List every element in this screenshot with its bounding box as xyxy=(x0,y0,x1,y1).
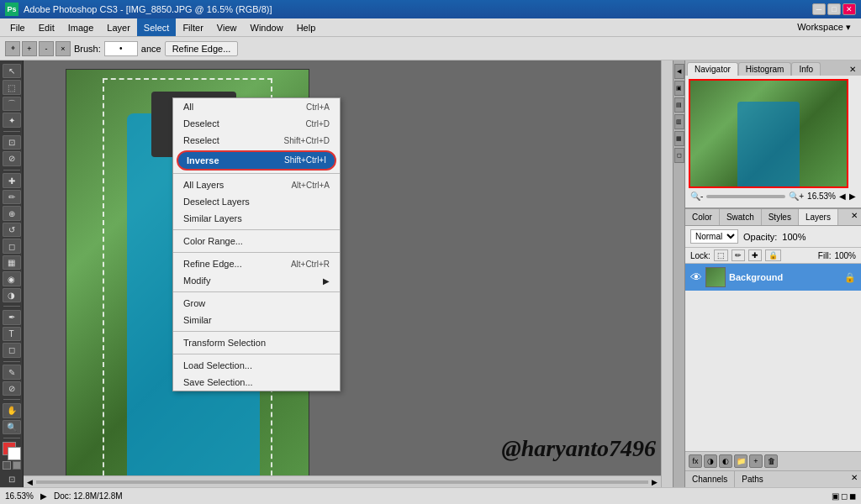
menu-item-similar[interactable]: Similar xyxy=(173,312,340,328)
info-tab[interactable]: Info xyxy=(791,62,821,76)
zoom-tool[interactable]: 🔍 xyxy=(3,420,21,434)
blur-tool[interactable]: ◉ xyxy=(3,271,21,286)
slice-tool[interactable]: ⊘ xyxy=(3,151,21,165)
navigator-preview xyxy=(689,79,848,188)
lasso-tool-option[interactable]: ⌖ xyxy=(5,41,20,56)
layer-delete-button[interactable]: 🗑 xyxy=(764,454,778,468)
menu-item-deselect-layers[interactable]: Deselect Layers xyxy=(173,193,340,210)
layer-visibility-icon[interactable]: 👁 xyxy=(690,270,702,284)
menu-view[interactable]: View xyxy=(210,18,244,36)
notes-tool[interactable]: ✎ xyxy=(3,365,21,379)
normal-mode[interactable] xyxy=(3,461,11,470)
swatch-tab[interactable]: Swatch xyxy=(720,209,762,225)
selection-tool[interactable]: ⬚ xyxy=(3,80,21,94)
color-swatches[interactable] xyxy=(3,442,21,456)
lock-image-icon[interactable]: ✏ xyxy=(732,249,745,261)
menu-item-modify[interactable]: Modify ▶ xyxy=(173,272,340,289)
layer-new-button[interactable]: + xyxy=(749,454,763,468)
clone-tool[interactable]: ⊕ xyxy=(3,206,21,220)
pen-tool[interactable]: ✒ xyxy=(3,310,21,324)
healing-tool[interactable]: ✚ xyxy=(3,173,21,187)
history-brush-tool[interactable]: ↺ xyxy=(3,223,21,237)
paths-tab[interactable]: Paths xyxy=(735,471,770,487)
background-color[interactable] xyxy=(8,447,21,460)
eraser-tool[interactable]: ◻ xyxy=(3,239,21,253)
layer-fx-button[interactable]: fx xyxy=(689,454,702,468)
magic-wand-tool[interactable]: ✦ xyxy=(3,113,21,127)
panel-toggle-4[interactable]: ▥ xyxy=(674,114,684,129)
brush-tool[interactable]: ✏ xyxy=(3,190,21,204)
menu-item-all-layers[interactable]: All Layers Alt+Ctrl+A xyxy=(173,176,340,193)
histogram-tab[interactable]: Histogram xyxy=(738,62,792,76)
menu-item-similar-layers[interactable]: Similar Layers xyxy=(173,210,340,227)
nav-arrow-left[interactable]: ◀ xyxy=(839,192,846,201)
refine-edge-button[interactable]: Refine Edge... xyxy=(165,41,239,56)
quick-mask-mode[interactable] xyxy=(13,461,21,470)
nav-arrow-right[interactable]: ▶ xyxy=(849,192,856,201)
shape-tool[interactable]: ◻ xyxy=(3,343,21,357)
lock-move-icon[interactable]: ✚ xyxy=(748,249,762,261)
zoom-out-icon[interactable]: 🔍- xyxy=(690,192,703,201)
lasso-tool[interactable]: ⌒ xyxy=(3,97,21,111)
panel-toggle-1[interactable]: ◀ xyxy=(674,64,684,79)
menu-select[interactable]: Select xyxy=(137,18,177,36)
top-panel-close[interactable]: ✕ xyxy=(846,63,859,76)
dodge-tool[interactable]: ◑ xyxy=(3,288,21,302)
move-tool[interactable]: ↖ xyxy=(3,64,21,78)
menu-image[interactable]: Image xyxy=(61,18,101,36)
menu-item-reselect[interactable]: Reselect Shift+Ctrl+D xyxy=(173,132,340,149)
restore-button[interactable]: □ xyxy=(827,3,841,15)
close-button[interactable]: ✕ xyxy=(843,3,856,15)
panel-toggle-6[interactable]: ◻ xyxy=(674,148,684,163)
menu-item-inverse[interactable]: Inverse Shift+Ctrl+I xyxy=(177,150,336,171)
blend-mode-select[interactable]: Normal xyxy=(690,229,738,244)
layer-group-button[interactable]: 📁 xyxy=(734,454,747,468)
channels-tab[interactable]: Channels xyxy=(685,471,735,487)
menu-item-deselect[interactable]: Deselect Ctrl+D xyxy=(173,115,340,132)
menu-item-save-selection[interactable]: Save Selection... xyxy=(173,374,340,391)
menu-window[interactable]: Window xyxy=(244,18,290,36)
workspace-selector[interactable]: Workspace ▾ xyxy=(790,22,858,33)
lasso-add-option[interactable]: + xyxy=(22,41,37,56)
menu-edit[interactable]: Edit xyxy=(32,18,61,36)
brush-preview[interactable]: • xyxy=(104,41,138,56)
menu-file[interactable]: File xyxy=(3,18,32,36)
layer-mask-button[interactable]: ◑ xyxy=(704,454,717,468)
menu-item-grow[interactable]: Grow xyxy=(173,295,340,312)
gradient-tool[interactable]: ▦ xyxy=(3,255,21,270)
menu-item-all[interactable]: All Ctrl+A xyxy=(173,98,340,115)
styles-tab[interactable]: Styles xyxy=(762,209,799,225)
vertical-scrollbar[interactable] xyxy=(661,60,673,487)
layer-adjustment-button[interactable]: ◐ xyxy=(719,454,732,468)
lock-transparent-icon[interactable]: ⬚ xyxy=(714,249,728,261)
lock-all-icon[interactable]: 🔒 xyxy=(765,249,781,261)
minimize-button[interactable]: ─ xyxy=(812,3,826,15)
menu-item-color-range[interactable]: Color Range... xyxy=(173,233,340,249)
eyedropper-tool[interactable]: ⊘ xyxy=(3,381,21,396)
crop-tool[interactable]: ⊡ xyxy=(3,135,21,150)
menu-item-load-selection[interactable]: Load Selection... xyxy=(173,357,340,374)
menu-layer[interactable]: Layer xyxy=(100,18,137,36)
menu-item-refine-edge[interactable]: Refine Edge... Alt+Ctrl+R xyxy=(173,255,340,272)
screen-mode[interactable]: ⊡ xyxy=(8,475,15,484)
layers-panel-close[interactable]: ✕ xyxy=(848,209,861,225)
layer-row-background[interactable]: 👁 Background 🔒 xyxy=(685,264,861,291)
bottom-panel-close[interactable]: ✕ xyxy=(848,471,861,487)
text-tool[interactable]: T xyxy=(3,327,21,341)
hand-tool[interactable]: ✋ xyxy=(3,403,21,417)
zoom-in-icon[interactable]: 🔍+ xyxy=(789,192,804,201)
layers-tab[interactable]: Layers xyxy=(799,209,838,225)
panel-toggle-2[interactable]: ▣ xyxy=(674,81,684,96)
panel-toggle-5[interactable]: ▦ xyxy=(674,131,684,146)
panel-toggle-3[interactable]: ▤ xyxy=(674,97,684,113)
fill-value: 100% xyxy=(834,251,856,260)
navigator-tab[interactable]: Navigator xyxy=(687,62,738,76)
lasso-sub-option[interactable]: - xyxy=(39,41,54,56)
color-tab[interactable]: Color xyxy=(685,209,720,225)
menu-item-transform-selection[interactable]: Transform Selection xyxy=(173,334,340,351)
lasso-intersect-option[interactable]: × xyxy=(55,41,71,56)
menu-help[interactable]: Help xyxy=(290,18,323,36)
zoom-slider[interactable] xyxy=(706,195,785,198)
horizontal-scrollbar[interactable]: ◀ ▶ xyxy=(24,475,661,487)
menu-filter[interactable]: Filter xyxy=(176,18,209,36)
